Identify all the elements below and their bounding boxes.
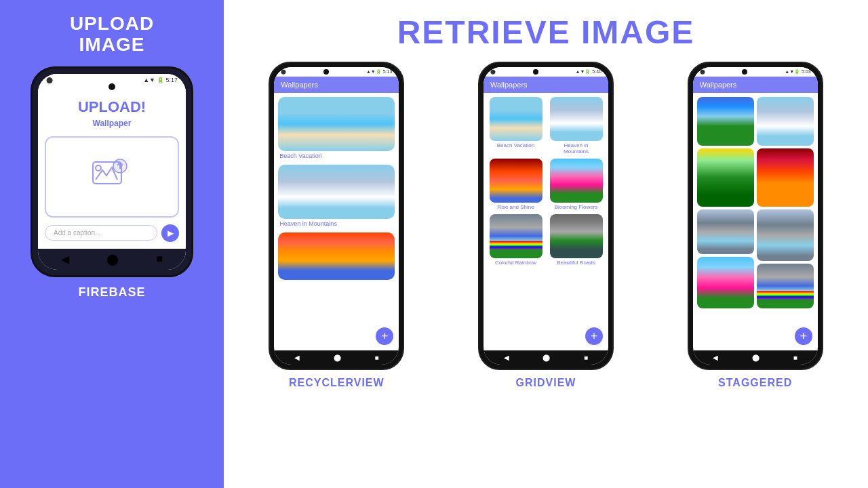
list-item[interactable]	[697, 97, 754, 146]
gv-grid: Beach Vacation Heaven inMountains Rise a…	[488, 97, 604, 266]
table-row[interactable]: Rise and Shine	[488, 159, 544, 210]
list-item[interactable]	[278, 232, 395, 280]
recyclerview-label: RECYCLERVIEW	[289, 377, 384, 389]
rv-back[interactable]: ◀	[294, 354, 300, 361]
phone-nav-bar: ◀ ⬤ ■	[38, 249, 186, 270]
rv-content: Beach Vacation Heaven in Mountains +	[274, 93, 399, 350]
phones-row: ⬤ ▲▼🔋 5:13 Wallpapers Beach Vacation	[237, 62, 854, 481]
rv-caption-mountain: Heaven in Mountains	[278, 220, 395, 227]
rv-nav-bar: ◀ ⬤ ■	[274, 350, 399, 365]
gv-caption-mountain: Heaven inMountains	[564, 142, 589, 155]
upload-phone: ⬤ ▲▼ 🔋 5:17 Upload! Wallpaper	[31, 66, 193, 277]
status-bar: ⬤ ▲▼ 🔋 5:17	[38, 74, 186, 86]
list-item[interactable]	[757, 264, 814, 308]
gv-status-bar: ⬤ ▲▼🔋 5:40	[484, 67, 608, 77]
upload-screen: Upload! Wallpaper	[38, 86, 186, 249]
send-button[interactable]: ▶	[161, 224, 179, 242]
gv-nav-bar: ◀ ⬤ ■	[484, 350, 608, 365]
rv-list: Beach Vacation Heaven in Mountains	[278, 97, 395, 280]
time-display: 5:17	[165, 77, 178, 83]
caption-row: Add a caption... ▶	[45, 224, 179, 242]
camera-dot	[108, 83, 115, 90]
gridview-label: GRIDVIEW	[516, 377, 576, 389]
staggered-phone: ⬤ ▲▼🔋 5:03 Wallpapers	[688, 62, 823, 370]
rv-app-bar: Wallpapers	[274, 77, 399, 93]
gv-camera	[533, 69, 538, 75]
gv-caption-roads: Beautiful Roads	[557, 260, 595, 266]
sg-fab-button[interactable]: +	[795, 327, 812, 345]
upload-area[interactable]	[45, 136, 179, 218]
gv-caption-rainbow: Colorful Rainbow	[495, 260, 536, 266]
gridview-phone: ⬤ ▲▼🔋 5:40 Wallpapers Beach Vacation	[478, 62, 614, 370]
svg-point-1	[96, 165, 101, 171]
table-row[interactable]: Colorful Rainbow	[488, 214, 544, 266]
list-item[interactable]	[757, 97, 814, 146]
sg-content: +	[693, 93, 818, 350]
sg-camera	[742, 69, 747, 75]
table-row[interactable]: Heaven inMountains	[548, 97, 604, 155]
list-item[interactable]: Beach Vacation	[278, 97, 395, 159]
upload-icon	[92, 157, 132, 197]
sg-home[interactable]: ⬤	[752, 354, 760, 361]
upload-title: UPLOADIMAGE	[70, 14, 154, 56]
sg-back[interactable]: ◀	[713, 354, 718, 361]
rv-fab-button[interactable]: +	[376, 327, 393, 345]
rv-recent[interactable]: ■	[374, 354, 378, 361]
sg-nav-bar: ◀ ⬤ ■	[693, 350, 818, 365]
table-row[interactable]: Beach Vacation	[488, 97, 544, 155]
back-button[interactable]: ◀	[61, 253, 69, 266]
rv-home[interactable]: ⬤	[334, 354, 341, 361]
right-content: RETRIEVE IMAGE ⬤ ▲▼🔋 5:13 Wallpapers	[224, 0, 868, 488]
home-button[interactable]: ⬤	[106, 253, 119, 266]
rv-caption-beach: Beach Vacation	[278, 152, 395, 159]
gv-caption-flowers: Blooming Flowers	[555, 204, 598, 210]
gv-fab-button[interactable]: +	[585, 327, 603, 345]
gv-recent[interactable]: ■	[584, 354, 588, 361]
upload-app-title: Upload!	[45, 98, 179, 116]
sg-app-bar: Wallpapers	[693, 77, 818, 93]
gv-home[interactable]: ⬤	[542, 354, 550, 361]
recyclerview-section: ⬤ ▲▼🔋 5:13 Wallpapers Beach Vacation	[237, 62, 436, 481]
upload-app-subtitle: Wallpaper	[45, 119, 179, 128]
list-item[interactable]: Heaven in Mountains	[278, 165, 395, 227]
recyclerview-phone: ⬤ ▲▼🔋 5:13 Wallpapers Beach Vacation	[269, 62, 404, 370]
gv-content: Beach Vacation Heaven inMountains Rise a…	[484, 93, 608, 350]
sg-grid	[697, 97, 814, 308]
gv-caption-rise: Rise and Shine	[497, 204, 534, 210]
sg-recent[interactable]: ■	[793, 354, 797, 361]
table-row[interactable]: Blooming Flowers	[548, 159, 604, 210]
list-item[interactable]	[757, 209, 814, 261]
staggered-section: ⬤ ▲▼🔋 5:03 Wallpapers	[656, 62, 854, 481]
sg-col-1	[697, 97, 754, 308]
firebase-label: FIREBASE	[78, 285, 145, 300]
gv-app-bar: Wallpapers	[484, 77, 608, 93]
sg-status-bar: ⬤ ▲▼🔋 5:03	[693, 67, 818, 77]
list-item[interactable]	[697, 148, 754, 207]
rv-camera	[323, 69, 329, 75]
status-icons: ▲▼ 🔋 5:17	[143, 77, 178, 83]
main-title: RETRIEVE IMAGE	[237, 14, 854, 51]
staggered-label: STAGGERED	[718, 377, 792, 389]
gv-back[interactable]: ◀	[504, 354, 509, 361]
list-item[interactable]	[697, 257, 754, 308]
recent-button[interactable]: ■	[157, 253, 163, 265]
gv-caption-beach: Beach Vacation	[497, 142, 534, 148]
list-item[interactable]	[697, 209, 754, 254]
caption-input[interactable]: Add a caption...	[45, 225, 157, 241]
table-row[interactable]: Beautiful Roads	[548, 214, 604, 266]
rv-status-bar: ⬤ ▲▼🔋 5:13	[274, 67, 399, 77]
gridview-section: ⬤ ▲▼🔋 5:40 Wallpapers Beach Vacation	[447, 62, 646, 481]
sg-col-2	[757, 97, 814, 308]
status-dot: ⬤	[46, 77, 53, 83]
left-panel: UPLOADIMAGE ⬤ ▲▼ 🔋 5:17 Upload! Wallpape…	[0, 0, 224, 488]
list-item[interactable]	[757, 148, 814, 207]
